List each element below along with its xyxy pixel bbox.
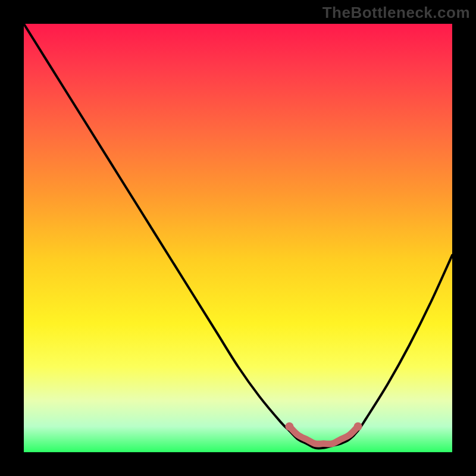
bottleneck-curve-path [24, 24, 452, 448]
plot-area [24, 24, 452, 452]
chart-frame: TheBottleneck.com [0, 0, 476, 476]
range-end-dot [354, 422, 362, 431]
curve-svg [24, 24, 452, 452]
range-start-dot [285, 422, 293, 431]
watermark-label: TheBottleneck.com [322, 4, 470, 22]
